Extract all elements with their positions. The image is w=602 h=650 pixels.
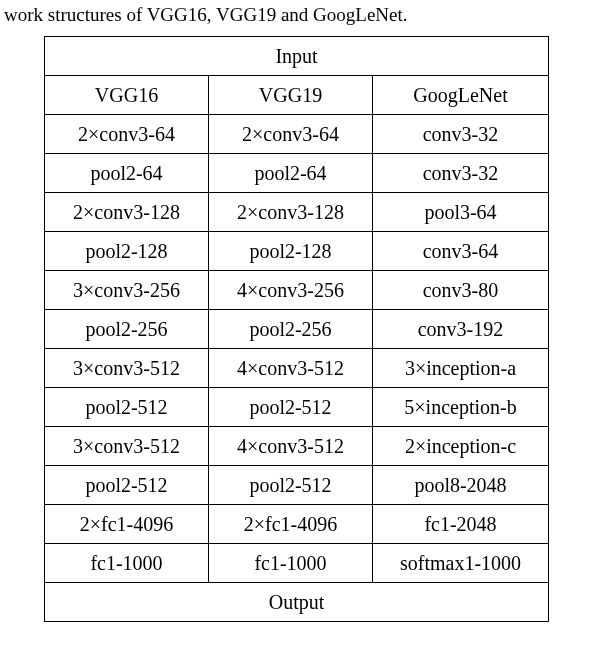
cell: 3×inception-a [373,349,549,388]
cell: pool2-64 [45,154,209,193]
cell: fc1-1000 [45,544,209,583]
cell: conv3-64 [373,232,549,271]
col-head-googlenet: GoogLeNet [373,76,549,115]
cell: pool8-2048 [373,466,549,505]
cell: pool2-128 [209,232,373,271]
table-row: pool2-128 pool2-128 conv3-64 [45,232,549,271]
table-footer: Output [45,583,549,622]
table-row: Output [45,583,549,622]
table-row: Input [45,37,549,76]
cell: pool2-512 [209,466,373,505]
cell: pool2-512 [209,388,373,427]
cell: pool3-64 [373,193,549,232]
cell: conv3-32 [373,154,549,193]
table-row: fc1-1000 fc1-1000 softmax1-1000 [45,544,549,583]
cell: 3×conv3-512 [45,349,209,388]
cell: pool2-64 [209,154,373,193]
cell: 3×conv3-256 [45,271,209,310]
table-row: VGG16 VGG19 GoogLeNet [45,76,549,115]
cell: fc1-1000 [209,544,373,583]
table-row: 3×conv3-256 4×conv3-256 conv3-80 [45,271,549,310]
cell: 4×conv3-256 [209,271,373,310]
cell: 2×inception-c [373,427,549,466]
table-row: pool2-64 pool2-64 conv3-32 [45,154,549,193]
col-head-vgg19: VGG19 [209,76,373,115]
cell: pool2-256 [209,310,373,349]
col-head-vgg16: VGG16 [45,76,209,115]
cell: pool2-512 [45,388,209,427]
cell: conv3-80 [373,271,549,310]
table-row: 2×conv3-64 2×conv3-64 conv3-32 [45,115,549,154]
cell: conv3-32 [373,115,549,154]
table-row: 2×conv3-128 2×conv3-128 pool3-64 [45,193,549,232]
table-row: 3×conv3-512 4×conv3-512 2×inception-c [45,427,549,466]
table-row: pool2-512 pool2-512 pool8-2048 [45,466,549,505]
table-header: Input [45,37,549,76]
cell: 2×fc1-4096 [45,505,209,544]
cell: fc1-2048 [373,505,549,544]
table-row: pool2-512 pool2-512 5×inception-b [45,388,549,427]
network-structure-table: Input VGG16 VGG19 GoogLeNet 2×conv3-64 2… [44,36,549,622]
cell: 3×conv3-512 [45,427,209,466]
table-row: 2×fc1-4096 2×fc1-4096 fc1-2048 [45,505,549,544]
cell: pool2-256 [45,310,209,349]
cell: 2×conv3-128 [209,193,373,232]
cell: 4×conv3-512 [209,349,373,388]
cell: 2×conv3-128 [45,193,209,232]
cell: 2×conv3-64 [45,115,209,154]
table-row: pool2-256 pool2-256 conv3-192 [45,310,549,349]
cell: 5×inception-b [373,388,549,427]
table-row: 3×conv3-512 4×conv3-512 3×inception-a [45,349,549,388]
cell: 2×fc1-4096 [209,505,373,544]
cell: 4×conv3-512 [209,427,373,466]
cell: pool2-512 [45,466,209,505]
cell: pool2-128 [45,232,209,271]
cell: conv3-192 [373,310,549,349]
cell: softmax1-1000 [373,544,549,583]
cell: 2×conv3-64 [209,115,373,154]
table-caption: work structures of VGG16, VGG19 and Goog… [4,4,602,26]
